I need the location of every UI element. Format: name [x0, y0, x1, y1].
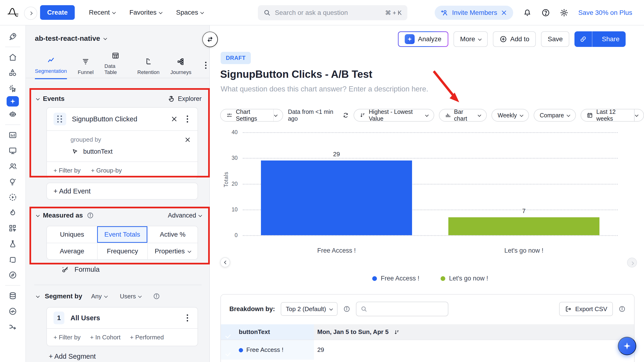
property-column-header[interactable]: buttonText — [236, 324, 314, 340]
invite-members-pill[interactable]: Invite Members — [435, 6, 513, 20]
legend-item[interactable]: Let's go now ! — [440, 275, 488, 282]
remove-event-icon[interactable] — [171, 116, 178, 122]
collapse-chevron-icon[interactable] — [36, 97, 40, 100]
date-range-dropdown[interactable]: Last 12 weeks — [580, 109, 644, 122]
collapse-chevron-icon[interactable] — [36, 294, 40, 298]
segment-options-kebab-icon[interactable] — [184, 314, 191, 322]
more-button[interactable]: More — [454, 31, 488, 47]
menu-recent[interactable]: Recent — [89, 9, 115, 16]
copy-link-icon[interactable] — [574, 31, 592, 47]
info-icon[interactable] — [343, 306, 350, 312]
chart-next-button[interactable] — [627, 258, 637, 268]
drag-handle-icon[interactable] — [54, 113, 66, 126]
share-button[interactable]: Share — [574, 31, 626, 47]
chevron-down-icon[interactable] — [274, 113, 278, 117]
measure-event-totals[interactable]: Event Totals — [97, 226, 147, 243]
insights-bulb-icon[interactable] — [8, 176, 18, 187]
save-30-plus-link[interactable]: Save 30% on Plus — [578, 9, 632, 16]
tab-funnel[interactable]: Funnel — [78, 58, 94, 79]
segment-any-dropdown[interactable]: Any — [91, 293, 107, 300]
save-button[interactable]: Save — [541, 31, 569, 47]
dashboards-icon[interactable] — [8, 130, 18, 140]
refresh-icon[interactable] — [342, 112, 349, 119]
advanced-dropdown[interactable]: Advanced — [168, 212, 202, 219]
agent-bot-icon[interactable] — [8, 109, 18, 120]
ai-sparkle-active-icon[interactable] — [6, 96, 19, 106]
sidebar-expand-button[interactable] — [24, 6, 37, 20]
in-cohort-button[interactable]: + In Cohort — [90, 334, 120, 341]
tab-journeys[interactable]: Journeys — [170, 58, 192, 79]
performed-button[interactable]: + Performed — [130, 334, 164, 341]
group-property-row[interactable]: buttonText — [72, 148, 191, 155]
event-row[interactable]: SignupButton Clicked — [47, 108, 198, 130]
objects-shapes-icon[interactable] — [8, 68, 18, 78]
measure-properties[interactable]: Properties — [147, 243, 198, 259]
event-options-kebab-icon[interactable] — [184, 116, 191, 122]
add-to-button[interactable]: Add to — [493, 31, 536, 47]
report-description-placeholder[interactable]: What question does this chart answer? En… — [221, 85, 428, 93]
segment-row[interactable]: 1 All Users — [47, 308, 198, 328]
swap-panel-button[interactable] — [202, 32, 218, 47]
chart-type-dropdown[interactable]: Bar chart — [439, 109, 487, 122]
bar-1[interactable] — [448, 217, 600, 235]
feedback-icon[interactable] — [8, 254, 18, 265]
search-input[interactable]: Search or ask a question ⌘ + K — [258, 5, 407, 20]
collapse-chevron-icon[interactable] — [36, 213, 40, 217]
help-icon[interactable] — [542, 8, 550, 17]
chevron-down-icon[interactable] — [635, 113, 638, 117]
measure-average[interactable]: Average — [47, 243, 97, 259]
measure-frequency[interactable]: Frequency — [97, 243, 147, 259]
breakdown-search-input[interactable] — [356, 302, 448, 316]
group-by-button[interactable]: + Group-by — [91, 167, 122, 174]
getting-started-rocket-icon[interactable] — [8, 31, 18, 42]
compare-dropdown[interactable]: Compare — [534, 109, 576, 122]
data-database-icon[interactable] — [8, 290, 18, 301]
notifications-bell-icon[interactable] — [523, 8, 532, 17]
info-icon[interactable] — [153, 293, 160, 300]
tab-segmentation[interactable]: Segmentation — [35, 56, 67, 79]
date-column-header[interactable]: Mon, Jan 5 to Sun, Apr 5 — [314, 324, 634, 340]
discover-compass-icon[interactable] — [8, 270, 18, 280]
project-selector[interactable]: ab-test-react-native — [35, 34, 106, 42]
report-title[interactable]: SignupButton Clicks - A/B Test — [220, 68, 372, 80]
info-icon[interactable] — [87, 212, 94, 219]
analyze-button[interactable]: Analyze — [398, 31, 448, 47]
explorer-button[interactable]: Explorer — [167, 95, 202, 102]
filter-by-button[interactable]: + Filter by — [54, 167, 80, 174]
add-event-card[interactable]: + Add Event — [46, 183, 198, 200]
home-icon[interactable] — [8, 52, 18, 62]
segment-filter-by-button[interactable]: + Filter by — [54, 334, 80, 341]
tabs-overflow-menu[interactable] — [202, 62, 209, 79]
info-icon[interactable] — [618, 306, 626, 312]
tab-data-table[interactable]: Data Table — [104, 52, 126, 79]
ai-assistant-fab[interactable] — [618, 337, 636, 355]
settings-gear-icon[interactable] — [560, 8, 568, 17]
export-csv-button[interactable]: Export CSV — [559, 302, 613, 316]
menu-spaces[interactable]: Spaces — [176, 9, 204, 16]
measure-uniques[interactable]: Uniques — [47, 226, 97, 243]
interval-dropdown[interactable]: Weekly — [492, 109, 529, 122]
formula-button[interactable]: Formula — [61, 265, 100, 274]
amplitude-logo[interactable] — [0, 6, 26, 18]
heatmap-flame-icon[interactable] — [8, 208, 18, 218]
breakdown-data-row[interactable]: Free Access ! 29 — [221, 340, 634, 360]
create-button[interactable]: Create — [40, 5, 75, 20]
click-tracking-icon[interactable] — [8, 83, 18, 94]
chart-settings-button[interactable]: Chart Settings — [220, 109, 283, 122]
segment-users-dropdown[interactable]: Users — [120, 293, 142, 300]
add-segment-button[interactable]: + Add Segment — [49, 352, 96, 360]
displays-icon[interactable] — [8, 146, 18, 156]
chart-prev-button[interactable] — [220, 257, 230, 267]
metrics-gauge-icon[interactable] — [8, 306, 18, 316]
tab-retention[interactable]: Retention — [138, 58, 160, 79]
sort-order-dropdown[interactable]: Highest - Lowest Value — [354, 109, 434, 122]
breakdown-top-selector[interactable]: Top 2 (Default) — [281, 302, 338, 316]
pathways-icon[interactable] — [8, 322, 18, 332]
remove-group-by-icon[interactable] — [184, 136, 191, 143]
bar-0[interactable] — [261, 160, 412, 235]
session-replay-icon[interactable] — [8, 192, 18, 202]
legend-item[interactable]: Free Access ! — [372, 275, 419, 282]
measure-active-pct[interactable]: Active % — [147, 226, 198, 243]
users-icon[interactable] — [8, 161, 18, 171]
experiments-flask-icon[interactable] — [8, 239, 18, 249]
